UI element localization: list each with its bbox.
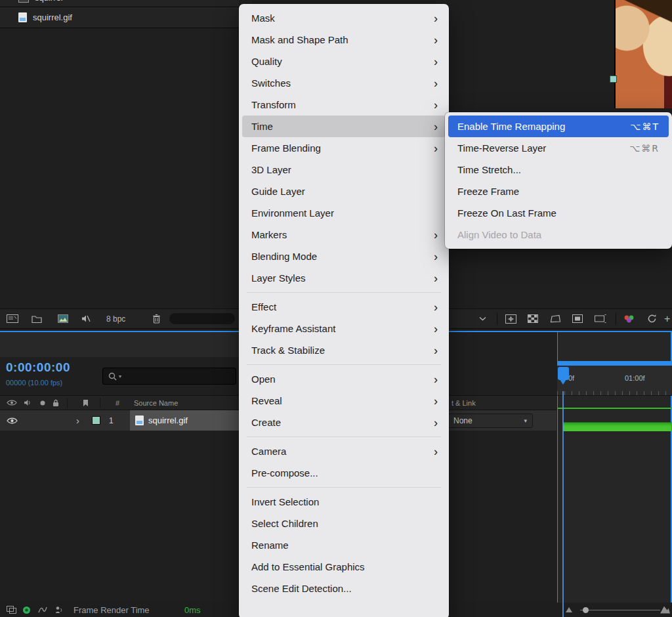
menu-item-label: Create [251, 417, 429, 428]
menu-item-time[interactable]: Time› [242, 116, 446, 137]
audio-column-speaker-icon[interactable] [24, 396, 31, 410]
menu-item-rename[interactable]: Rename [242, 534, 446, 556]
footage-file-icon [18, 12, 27, 22]
exposure-icon[interactable] [595, 309, 606, 328]
menu-item-reveal[interactable]: Reveal› [242, 390, 446, 412]
submenu-arrow-icon: › [434, 373, 440, 385]
live-update-icon[interactable] [22, 603, 31, 617]
menu-item-shortcut: ⌥⌘R [629, 143, 663, 154]
menu-item-freeze-on-last-frame[interactable]: Freeze On Last Frame [448, 202, 669, 224]
time-ruler[interactable]: 0f 01:00f [557, 366, 672, 396]
current-time-indicator-line[interactable] [562, 391, 564, 617]
lock-column-icon[interactable] [52, 396, 59, 410]
channel-colors-icon[interactable] [623, 309, 635, 328]
menu-item-label: Guide Layer [251, 186, 440, 197]
dropdown-chevron-icon[interactable] [479, 309, 486, 328]
muted-speaker-icon[interactable] [81, 309, 91, 328]
work-area-bar[interactable] [557, 361, 672, 366]
project-item-label: squirrel [35, 0, 63, 3]
layer-number-column-header[interactable]: # [116, 396, 119, 410]
region-of-interest-icon[interactable] [550, 309, 561, 328]
menu-item-quality[interactable]: Quality› [242, 51, 446, 72]
menu-item-guide-layer[interactable]: Guide Layer [242, 181, 446, 202]
menu-item-markers[interactable]: Markers› [242, 224, 446, 245]
transparency-grid-icon[interactable] [528, 309, 538, 328]
search-pill[interactable] [169, 313, 235, 324]
add-icon[interactable]: + [664, 309, 670, 328]
menu-item-switches[interactable]: Switches› [242, 72, 446, 94]
toolbar-divider [616, 312, 616, 325]
refresh-icon[interactable] [647, 309, 657, 328]
zoom-slider-knob[interactable] [583, 607, 589, 613]
submenu-arrow-icon: › [434, 272, 440, 284]
menu-item-frame-blending[interactable]: Frame Blending› [242, 137, 446, 159]
audio-icon[interactable] [55, 603, 63, 617]
source-name-column-header[interactable]: Source Name [134, 396, 178, 410]
label-column-icon[interactable] [83, 396, 89, 410]
menu-item-blending-mode[interactable]: Blending Mode› [242, 245, 446, 267]
composition-mini-flowchart-icon[interactable] [7, 603, 16, 617]
menu-item-select-children[interactable]: Select Children [242, 513, 446, 534]
menu-item-invert-selection[interactable]: Invert Selection [242, 491, 446, 513]
menu-item-enable-time-remapping[interactable]: Enable Time Remapping⌥⌘T [448, 116, 669, 137]
menu-item-time-stretch[interactable]: Time Stretch... [448, 159, 669, 181]
menu-item-label: Mask [251, 12, 429, 24]
footage-file-icon [135, 415, 144, 425]
selection-handle[interactable] [610, 75, 617, 83]
playhead[interactable] [558, 367, 569, 380]
graph-editor-icon[interactable] [38, 603, 47, 617]
menu-item-3d-layer[interactable]: 3D Layer [242, 159, 446, 181]
project-item-squirrel[interactable]: squirrel [0, 0, 239, 7]
menu-item-environment-layer[interactable]: Environment Layer [242, 202, 446, 224]
menu-item-keyframe-assistant[interactable]: Keyframe Assistant› [242, 318, 446, 339]
bpc-button[interactable]: 8 bpc [106, 309, 125, 328]
menu-item-label: Mask and Shape Path [251, 34, 429, 45]
layer-duration-bar[interactable] [563, 422, 671, 431]
solo-column-icon[interactable] [40, 396, 45, 410]
mask-visibility-icon[interactable] [572, 309, 583, 328]
render-queue-icon[interactable] [7, 309, 18, 328]
menu-item-create[interactable]: Create› [242, 412, 446, 433]
menu-item-mask[interactable]: Mask› [242, 7, 446, 29]
timeline-zoom-slider[interactable] [580, 610, 660, 610]
grid-guides-icon[interactable] [505, 309, 516, 328]
submenu-arrow-icon: › [434, 77, 440, 89]
menu-item-label: Freeze On Last Frame [457, 207, 663, 219]
zoom-in-icon[interactable] [660, 603, 670, 617]
menu-item-add-to-essential-graphics[interactable]: Add to Essential Graphics [242, 556, 446, 578]
menu-item-label: Switches [251, 77, 429, 89]
parent-link-dropdown[interactable]: None ▾ [446, 414, 533, 428]
video-column-eye-icon[interactable] [7, 396, 17, 410]
menu-item-mask-and-shape-path[interactable]: Mask and Shape Path› [242, 29, 446, 51]
image-thumbnail-icon[interactable] [58, 309, 68, 328]
menu-item-transform[interactable]: Transform› [242, 94, 446, 116]
composition-icon [18, 0, 29, 3]
menu-item-label: Add to Essential Graphics [251, 561, 440, 572]
layer-visibility-eye-icon[interactable] [7, 410, 18, 431]
submenu-arrow-icon: › [434, 99, 440, 111]
menu-item-scene-edit-detection[interactable]: Scene Edit Detection... [242, 578, 446, 599]
timeline-tab-bar: × squirrel ≡ [0, 332, 239, 357]
layer-color-swatch[interactable] [92, 410, 100, 431]
menu-item-track-stabilize[interactable]: Track & Stabilize› [242, 339, 446, 361]
menu-item-pre-compose[interactable]: Pre-compose... [242, 462, 446, 484]
menu-item-time-reverse-layer[interactable]: Time-Reverse Layer⌥⌘R [448, 137, 669, 159]
search-filter-chevron-icon[interactable]: ▾ [119, 373, 121, 379]
parent-link-column-header[interactable]: t & Link [452, 396, 476, 410]
layer-name-selected[interactable]: squirrel.gif [130, 410, 239, 431]
menu-item-open[interactable]: Open› [242, 368, 446, 390]
current-timecode[interactable]: 0:00:00:00 [6, 360, 70, 375]
menu-item-effect[interactable]: Effect› [242, 296, 446, 318]
menu-item-camera[interactable]: Camera› [242, 440, 446, 462]
trash-icon[interactable] [152, 309, 161, 328]
menu-item-freeze-frame[interactable]: Freeze Frame [448, 181, 669, 202]
project-item-squirrel-gif[interactable]: squirrel.gif [0, 8, 239, 26]
timeline-search-input[interactable]: ▾ [102, 368, 236, 385]
chevron-down-icon: ▾ [524, 417, 527, 424]
zoom-out-icon[interactable] [566, 603, 572, 617]
folder-icon[interactable] [32, 309, 42, 328]
menu-item-label: Reveal [251, 395, 429, 406]
ruler-label: 0f [568, 374, 574, 382]
layer-expand-chevron-icon[interactable]: › [76, 410, 79, 431]
menu-item-layer-styles[interactable]: Layer Styles› [242, 267, 446, 289]
